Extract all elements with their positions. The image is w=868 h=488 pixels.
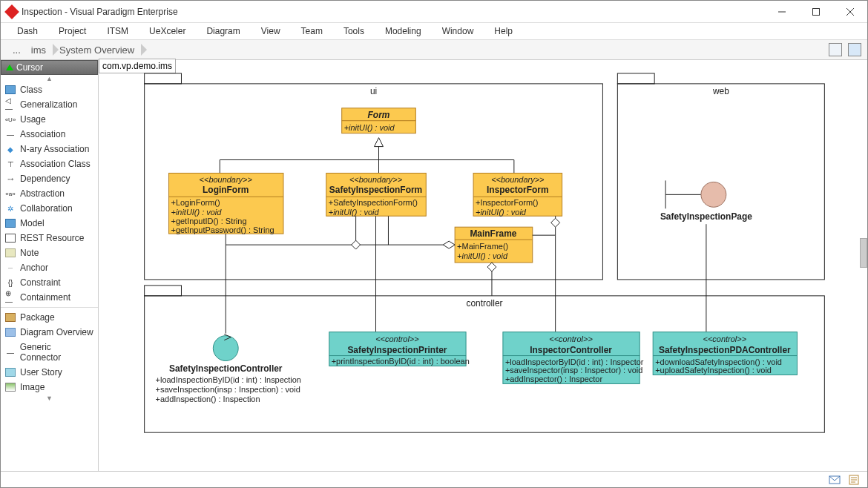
svg-text:<<control>>: <<control>> [549, 334, 593, 343]
svg-text:+saveInspector(insp : Inspecto: +saveInspector(insp : Inspector) : void [505, 366, 642, 375]
svg-text:<<control>>: <<control>> [375, 334, 419, 343]
palette-association-class[interactable]: ⊤Association Class [1, 156, 98, 171]
breadcrumb-ellipsis[interactable]: ... [7, 44, 27, 56]
breadcrumb-ims[interactable]: ims [27, 44, 55, 56]
class-safety-inspection-printer[interactable]: <<control>> SafetyInspectionPrinter +pri… [329, 332, 470, 366]
class-safety-inspection-controller[interactable]: SafetyInspectionController +loadInspecti… [156, 334, 301, 404]
breadcrumb-bar: ... ims System Overview [1, 39, 867, 60]
menu-diagram[interactable]: Diagram [206, 26, 240, 36]
menu-window[interactable]: Window [442, 26, 474, 36]
palette-cursor-tool[interactable]: Cursor [1, 60, 98, 75]
class-main-frame[interactable]: MainFrame +MainFrame() +initUI() : void [455, 227, 533, 263]
close-button[interactable] [833, 1, 867, 22]
palette-association[interactable]: —Association [1, 127, 98, 142]
svg-text:+initUI() : void: +initUI() : void [329, 208, 380, 217]
palette-dependency[interactable]: ⤍Dependency [1, 171, 98, 186]
minimize-button[interactable] [765, 1, 799, 22]
svg-rect-7 [617, 84, 824, 280]
palette-rest-resource[interactable]: REST Resource [1, 231, 98, 245]
palette-note[interactable]: Note [1, 245, 98, 260]
note-icon[interactable] [848, 475, 860, 485]
toolbar-switch-icon[interactable] [848, 43, 861, 56]
svg-marker-47 [352, 240, 361, 249]
titlebar: Inspection - Visual Paradigm Enterprise [1, 1, 867, 23]
svg-text:+InspectorForm(): +InspectorForm() [476, 198, 538, 207]
maximize-button[interactable] [799, 1, 833, 22]
toolbar-layout-icon[interactable] [829, 43, 842, 56]
mail-icon[interactable] [829, 475, 841, 485]
palette-anchor[interactable]: ┄Anchor [1, 260, 98, 275]
svg-text:SafetyInspectionPDAController: SafetyInspectionPDAController [659, 345, 791, 355]
svg-text:<<boundary>>: <<boundary>> [200, 175, 253, 184]
menu-modeling[interactable]: Modeling [385, 26, 421, 36]
menu-tools[interactable]: Tools [343, 26, 364, 36]
svg-text:MainFrame: MainFrame [470, 228, 516, 239]
package-controller-label: controller [466, 298, 502, 309]
palette-collaboration[interactable]: ✲Collaboration [1, 201, 98, 216]
class-login-form[interactable]: <<boundary>> LoginForm +LoginForm() +ini… [169, 173, 283, 234]
palette-nary-association[interactable]: ◆N-ary Association [1, 142, 98, 156]
palette-generalization[interactable]: ◁—Generalization [1, 97, 98, 112]
palette-collapse-arrow-top[interactable]: ▲ [1, 75, 98, 82]
menu-view[interactable]: View [261, 26, 280, 36]
svg-text:Form: Form [368, 110, 390, 120]
svg-text:+initUI() : void: +initUI() : void [344, 123, 395, 132]
palette-class[interactable]: Class [1, 82, 98, 97]
svg-text:+loadInspectorByID(id : int) :: +loadInspectorByID(id : int) : Inspector [505, 357, 644, 366]
svg-text:+addInspection() : Inspection: +addInspection() : Inspection [156, 395, 260, 403]
svg-text:SafetyInspectionPage: SafetyInspectionPage [660, 211, 752, 222]
svg-text:+saveInspection(insp : Inspect: +saveInspection(insp : Inspection) : voi… [156, 385, 300, 394]
menu-project[interactable]: Project [59, 26, 86, 36]
svg-marker-52 [551, 218, 560, 227]
svg-rect-8 [145, 286, 182, 296]
breadcrumb-system-overview[interactable]: System Overview [55, 44, 143, 56]
class-form[interactable]: Form +initUI() : void [342, 108, 416, 133]
svg-text:+MainFrame(): +MainFrame() [457, 242, 508, 251]
menu-itsm[interactable]: ITSM [107, 26, 128, 36]
svg-point-60 [701, 182, 726, 207]
class-inspector-controller[interactable]: <<control>> InspectorController +loadIns… [503, 332, 644, 384]
palette-package[interactable]: Package [1, 310, 98, 325]
svg-text:+LoginForm(): +LoginForm() [171, 198, 220, 207]
class-inspector-form[interactable]: <<boundary>> InspectorForm +InspectorFor… [473, 173, 562, 217]
menu-team[interactable]: Team [301, 26, 323, 36]
palette-generic-connector[interactable]: —Generic Connector [1, 340, 98, 365]
menu-help[interactable]: Help [494, 26, 513, 36]
menu-dash[interactable]: Dash [17, 26, 38, 36]
svg-text:<<boundary>>: <<boundary>> [491, 175, 545, 184]
svg-text:+loadInspectionByID(id : int) : +loadInspectionByID(id : int) : Inspecti… [156, 375, 301, 384]
palette-diagram-overview[interactable]: Diagram Overview [1, 325, 98, 340]
tool-palette: Cursor ▲ Class ◁—Generalization «U»Usage… [1, 60, 99, 471]
svg-text:InspectorForm: InspectorForm [487, 185, 549, 195]
palette-constraint[interactable]: {}Constraint [1, 275, 98, 290]
svg-text:+initUI() : void: +initUI() : void [457, 251, 508, 260]
svg-text:+initUI() : void: +initUI() : void [171, 208, 223, 217]
class-safety-inspection-page[interactable]: SafetyInspectionPage [660, 180, 752, 222]
package-ui-label: ui [370, 86, 377, 96]
menu-uexceler[interactable]: UeXceler [149, 26, 185, 36]
svg-text:+SafetyInspectionForm(): +SafetyInspectionForm() [329, 198, 418, 207]
class-safety-inspection-form[interactable]: <<boundary>> SafetyInspectionForm +Safet… [326, 173, 427, 217]
svg-text:+uploadSafetyInspection() : vo: +uploadSafetyInspection() : void [655, 366, 772, 375]
svg-text:LoginForm: LoginForm [203, 185, 249, 195]
uml-diagram: ui web controller Form +initUI() : void [99, 60, 867, 471]
palette-collapse-arrow-bottom[interactable]: ▼ [1, 395, 98, 402]
palette-image[interactable]: Image [1, 380, 98, 395]
vertical-scrollbar-thumb[interactable] [860, 238, 867, 268]
svg-rect-1 [813, 8, 820, 15]
palette-containment[interactable]: ⊕—Containment [1, 290, 98, 305]
palette-usage[interactable]: «U»Usage [1, 112, 98, 127]
package-web-label: web [712, 86, 729, 96]
svg-text:+downloadSafetyInspection() : : +downloadSafetyInspection() : void [655, 357, 782, 366]
svg-rect-4 [145, 73, 182, 84]
svg-text:+addInspector() : Inspector: +addInspector() : Inspector [505, 375, 603, 383]
svg-marker-45 [443, 241, 455, 248]
palette-abstraction[interactable]: «a»Abstraction [1, 186, 98, 201]
diagram-canvas[interactable]: com.vp.demo.ims ui web controller Form +… [99, 60, 867, 471]
menubar: Dash Project ITSM UeXceler Diagram View … [1, 23, 867, 39]
palette-user-story[interactable]: User Story [1, 365, 98, 380]
svg-text:+getInputPassword() : String: +getInputPassword() : String [171, 225, 274, 234]
palette-model[interactable]: Model [1, 216, 98, 231]
class-safety-inspection-pda-controller[interactable]: <<control>> SafetyInspectionPDAControlle… [653, 332, 797, 375]
svg-text:<<control>>: <<control>> [703, 334, 747, 343]
